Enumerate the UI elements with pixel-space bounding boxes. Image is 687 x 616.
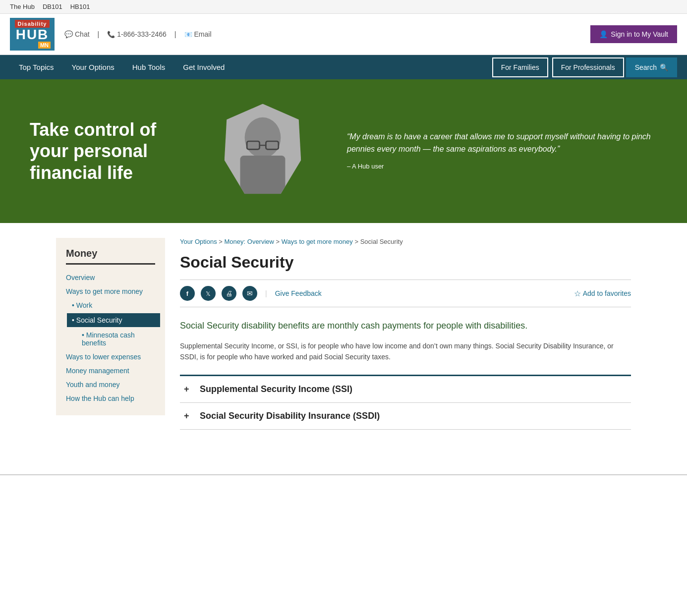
separator-2: |: [174, 30, 176, 38]
print-button[interactable]: [222, 286, 236, 301]
site-header: Disability HUB MN Chat | 1-866-333-2466 …: [0, 14, 687, 55]
phone-icon: [107, 30, 115, 38]
for-families-button[interactable]: For Families: [492, 57, 548, 77]
chat-icon: [64, 30, 73, 38]
hero-headline: Take control of your personal financial …: [30, 119, 198, 183]
svg-point-2: [245, 117, 281, 158]
email-share-button[interactable]: [242, 286, 257, 301]
main-nav: Top Topics Your Options Hub Tools Get In…: [0, 55, 687, 79]
accordion-plus-ssi: +: [184, 384, 194, 394]
chat-link[interactable]: Chat: [64, 30, 90, 38]
site-logo[interactable]: Disability HUB MN: [10, 18, 55, 51]
hero-image-area: [198, 102, 327, 201]
quote-cite: – A Hub user: [347, 163, 384, 170]
facebook-icon: [186, 290, 188, 297]
hero-quote: “My dream is to have a career that allow…: [327, 130, 657, 172]
breadcrumb-money-overview[interactable]: Money: Overview: [225, 238, 274, 245]
hero-banner: Take control of your personal financial …: [0, 79, 687, 223]
actions-bar: | Give Feedback Add to favorites: [180, 280, 631, 307]
sidebar-item-hub-help[interactable]: How the Hub can help: [66, 392, 155, 405]
give-feedback-link[interactable]: Give Feedback: [275, 289, 322, 297]
breadcrumb-your-options[interactable]: Your Options: [180, 238, 217, 245]
accordion-title-ssdi: Social Security Disability Insurance (SS…: [200, 411, 380, 421]
breadcrumb-current: Social Security: [360, 238, 403, 245]
accordion-item-ssi: + Supplemental Security Income (SSI): [180, 376, 631, 403]
twitter-button[interactable]: [201, 286, 216, 301]
nav-get-involved[interactable]: Get Involved: [174, 55, 233, 79]
sidebar-item-mn-cash[interactable]: • Minnesota cash benefits: [82, 328, 155, 350]
star-icon: [574, 289, 581, 298]
for-professionals-button[interactable]: For Professionals: [552, 57, 624, 77]
hero-text: Take control of your personal financial …: [30, 119, 198, 183]
sidebar-item-money-mgmt[interactable]: Money management: [66, 364, 155, 378]
email-contact-icon: [184, 30, 192, 38]
sidebar-item-ways-more-money[interactable]: Ways to get more money: [66, 284, 155, 298]
facebook-button[interactable]: [180, 286, 195, 301]
email-share-icon: [247, 289, 253, 297]
sidebar: Money Overview Ways to get more money • …: [56, 238, 165, 415]
topbar-link-hub[interactable]: The Hub: [10, 3, 35, 10]
accordion-item-ssdi: + Social Security Disability Insurance (…: [180, 403, 631, 430]
search-button[interactable]: Search: [626, 57, 677, 77]
hero-portrait: [218, 102, 307, 201]
twitter-icon: [206, 290, 211, 297]
email-link[interactable]: Email: [184, 30, 212, 38]
sidebar-item-social-security[interactable]: • Social Security: [67, 313, 160, 327]
nav-top-topics[interactable]: Top Topics: [10, 55, 63, 79]
main-content: Your Options > Money: Overview > Ways to…: [180, 238, 631, 430]
accordion: + Supplemental Security Income (SSI) + S…: [180, 375, 631, 430]
print-icon: [226, 289, 232, 297]
phone-link[interactable]: 1-866-333-2466: [107, 30, 167, 38]
sidebar-item-youth[interactable]: Youth and money: [66, 378, 155, 392]
footer-line: [0, 474, 687, 475]
accordion-plus-ssdi: +: [184, 411, 194, 421]
accordion-title-ssi: Supplemental Security Income (SSI): [200, 384, 352, 394]
accordion-header-ssi[interactable]: + Supplemental Security Income (SSI): [180, 376, 631, 402]
separator-1: |: [98, 30, 100, 38]
sidebar-title: Money: [66, 248, 155, 265]
add-favorites-button[interactable]: Add to favorites: [574, 289, 631, 298]
breadcrumb-ways-more-money[interactable]: Ways to get more money: [282, 238, 353, 245]
sidebar-item-ways-lower[interactable]: Ways to lower expenses: [66, 350, 155, 364]
accordion-header-ssdi[interactable]: + Social Security Disability Insurance (…: [180, 403, 631, 429]
topbar-link-hb101[interactable]: HB101: [70, 3, 90, 10]
top-bar: The Hub DB101 HB101: [0, 0, 687, 14]
nav-your-options[interactable]: Your Options: [63, 55, 123, 79]
contact-bar: Chat | 1-866-333-2466 | Email: [64, 30, 580, 38]
intro-text: Social Security disability benefits are …: [180, 319, 631, 333]
body-text: Supplemental Security Income, or SSI, is…: [180, 340, 631, 363]
logo-mn-text: MN: [38, 42, 51, 49]
user-icon: [599, 30, 608, 38]
breadcrumb: Your Options > Money: Overview > Ways to…: [180, 238, 631, 245]
page-title: Social Security: [180, 253, 631, 272]
topbar-link-db101[interactable]: DB101: [43, 3, 62, 10]
quote-text: “My dream is to have a career that allow…: [347, 130, 657, 156]
signin-button[interactable]: Sign in to My Vault: [590, 25, 677, 43]
logo-hub-text: HUB: [16, 28, 49, 42]
sidebar-item-work[interactable]: • Work: [72, 298, 155, 312]
sidebar-item-overview[interactable]: Overview: [66, 271, 155, 284]
content-area: Money Overview Ways to get more money • …: [46, 223, 641, 445]
nav-hub-tools[interactable]: Hub Tools: [123, 55, 174, 79]
svg-rect-3: [240, 156, 286, 201]
action-separator: |: [265, 289, 267, 297]
search-icon: [660, 63, 668, 71]
